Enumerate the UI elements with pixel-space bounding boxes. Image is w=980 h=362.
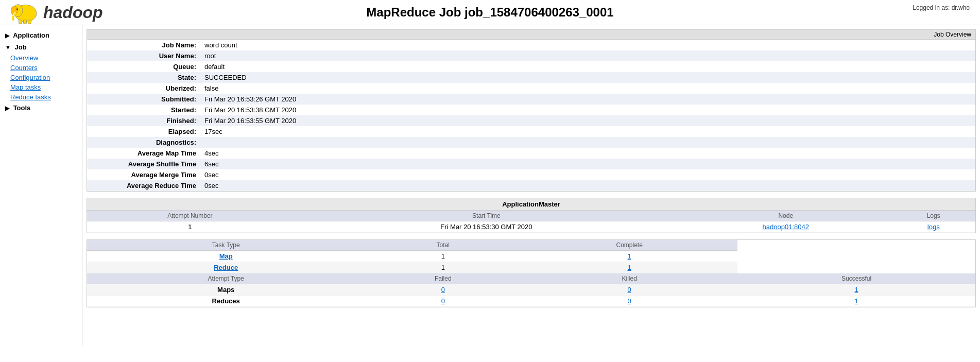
job-field-value: 6sec [200, 159, 975, 169]
attempt-col-failed: Failed [365, 273, 521, 284]
job-overview-table: Job Name:word countUser Name:rootQueue:d… [87, 40, 975, 191]
attempt-col-successful: Successful [737, 273, 975, 284]
task-summary-table: Task Type Total Complete Map11Reduce11 A… [87, 240, 975, 307]
job-field-label: Average Merge Time [87, 169, 200, 180]
sidebar: ▶ Application ▼ Job Overview Counters Co… [0, 25, 82, 346]
job-field-value: Fri Mar 20 16:53:38 GMT 2020 [200, 105, 975, 115]
task-type[interactable]: Map [87, 251, 365, 262]
svg-rect-5 [24, 20, 27, 24]
attempt-killed[interactable]: 0 [521, 284, 737, 296]
logo-text: hadoop [43, 3, 103, 22]
attempt-type: Reduces [87, 296, 365, 307]
login-info: Logged in as: dr.who [913, 4, 970, 11]
task-complete[interactable]: 1 [521, 251, 737, 262]
job-field-value: default [200, 61, 975, 72]
tools-arrow-icon: ▶ [5, 105, 9, 111]
job-field-value: root [200, 50, 975, 61]
job-field-label: State: [87, 72, 200, 83]
sidebar-item-overview[interactable]: Overview [0, 53, 82, 63]
svg-point-3 [16, 8, 18, 10]
job-field-label: Elapsed: [87, 126, 200, 137]
attempt-col-attempt-type: Attempt Type [87, 273, 365, 284]
job-overview-title: Job Overview [87, 30, 975, 40]
sidebar-job[interactable]: ▼ Job [0, 41, 82, 53]
job-field-value: Fri Mar 20 16:53:26 GMT 2020 [200, 94, 975, 105]
task-summary-section: Task Type Total Complete Map11Reduce11 A… [87, 239, 976, 307]
sidebar-job-label: Job [15, 43, 27, 51]
job-field-label: Average Reduce Time [87, 180, 200, 191]
am-attempt-number: 1 [87, 221, 293, 233]
task-complete[interactable]: 1 [521, 262, 737, 273]
svg-rect-6 [28, 20, 31, 24]
job-field-value: word count [200, 40, 975, 50]
ts-col-total: Total [365, 240, 521, 251]
am-start-time: Fri Mar 20 16:53:30 GMT 2020 [293, 221, 680, 233]
task-total: 1 [365, 251, 521, 262]
am-col-node: Node [680, 211, 891, 221]
job-field-label: Average Shuffle Time [87, 159, 200, 169]
job-field-value: false [200, 83, 975, 94]
sidebar-item-reduce-tasks[interactable]: Reduce tasks [0, 92, 82, 102]
content: Job Overview Job Name:word countUser Nam… [82, 25, 980, 346]
sidebar-tools-label: Tools [13, 104, 31, 112]
job-field-value: 0sec [200, 180, 975, 191]
attempt-successful[interactable]: 1 [737, 296, 975, 307]
attempt-col-killed: Killed [521, 273, 737, 284]
sidebar-item-counters[interactable]: Counters [0, 63, 82, 73]
sidebar-item-map-tasks[interactable]: Map tasks [0, 82, 82, 92]
sidebar-application-label: Application [13, 31, 49, 39]
main-layout: ▶ Application ▼ Job Overview Counters Co… [0, 25, 980, 346]
job-field-value: SUCCEEDED [200, 72, 975, 83]
attempt-successful[interactable]: 1 [737, 284, 975, 296]
sidebar-tools[interactable]: ▶ Tools [0, 102, 82, 114]
job-arrow-icon: ▼ [5, 44, 11, 50]
am-col-logs: Logs [891, 211, 975, 221]
header: hadoop MapReduce Job job_1584706400263_0… [0, 0, 980, 25]
job-field-label: User Name: [87, 50, 200, 61]
job-field-value: 0sec [200, 169, 975, 180]
application-master-title: ApplicationMaster [87, 198, 975, 211]
attempt-failed[interactable]: 0 [365, 296, 521, 307]
ts-col-complete: Complete [521, 240, 737, 251]
page-title: MapReduce Job job_1584706400263_0001 [366, 5, 613, 20]
job-field-value: Fri Mar 20 16:53:55 GMT 2020 [200, 115, 975, 126]
am-node[interactable]: hadoop01:8042 [680, 221, 891, 233]
application-master-section: ApplicationMaster Attempt Number Start T… [87, 198, 976, 233]
task-total: 1 [365, 262, 521, 273]
ts-col-type: Task Type [87, 240, 365, 251]
job-field-label: Started: [87, 105, 200, 115]
application-arrow-icon: ▶ [5, 32, 9, 39]
logo: hadoop [10, 0, 103, 25]
am-logs[interactable]: logs [891, 221, 975, 233]
svg-rect-4 [19, 20, 22, 24]
job-field-value: 4sec [200, 148, 975, 159]
am-col-start-time: Start Time [293, 211, 680, 221]
application-master-table: Attempt Number Start Time Node Logs 1Fri… [87, 211, 975, 233]
sidebar-item-configuration[interactable]: Configuration [0, 73, 82, 82]
job-field-label: Diagnostics: [87, 137, 200, 148]
attempt-type: Maps [87, 284, 365, 296]
job-field-label: Uberized: [87, 83, 200, 94]
job-overview-section: Job Overview Job Name:word countUser Nam… [87, 29, 976, 192]
am-col-attempt: Attempt Number [87, 211, 293, 221]
sidebar-application[interactable]: ▶ Application [0, 29, 82, 41]
job-field-label: Submitted: [87, 94, 200, 105]
job-field-value [200, 137, 975, 148]
job-field-label: Job Name: [87, 40, 200, 50]
job-field-label: Finished: [87, 115, 200, 126]
task-type[interactable]: Reduce [87, 262, 365, 273]
attempt-failed[interactable]: 0 [365, 284, 521, 296]
attempt-killed[interactable]: 0 [521, 296, 737, 307]
job-field-value: 17sec [200, 126, 975, 137]
job-field-label: Average Map Time [87, 148, 200, 159]
job-field-label: Queue: [87, 61, 200, 72]
hadoop-elephant-icon [10, 0, 41, 25]
